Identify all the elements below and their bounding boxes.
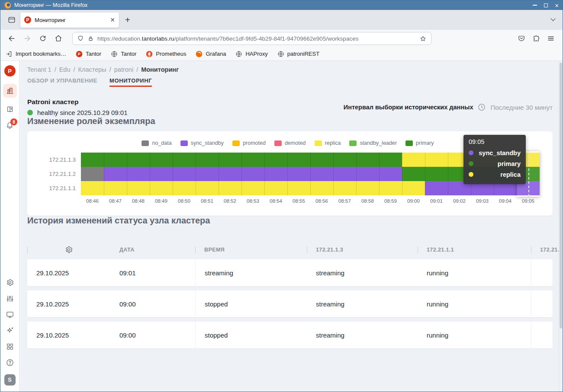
legend-label: promoted: [243, 140, 266, 146]
bookmark-star-icon[interactable]: [419, 35, 427, 42]
breadcrumb-item[interactable]: Edu: [59, 66, 71, 73]
tooltip-dot-primary: [469, 161, 473, 166]
globe-icon: [235, 51, 242, 57]
new-tab-button[interactable]: +: [125, 16, 130, 24]
menu-hamburger-icon[interactable]: [547, 35, 555, 42]
breadcrumb-item[interactable]: Кластеры: [78, 66, 106, 73]
scrollbar-thumb[interactable]: [560, 63, 562, 328]
home-button[interactable]: [51, 32, 65, 45]
bookmark-item[interactable]: HAProxy: [235, 51, 267, 57]
svg-text:P: P: [78, 52, 80, 56]
x-tick-label: 09:04: [494, 198, 517, 204]
sidebar-item-notifications[interactable]: 8: [5, 121, 14, 130]
x-tick-label: 08:57: [333, 198, 356, 204]
extensions-puzzle-icon[interactable]: [532, 35, 540, 42]
bookmark-item[interactable]: Prometheus: [146, 51, 186, 57]
tab-overview[interactable]: ОБЗОР И УПРАВЛЕНИЕ: [27, 77, 97, 87]
chart-tooltip: 09:05 sync_standbyprimaryreplica: [463, 135, 526, 184]
bookmark-item[interactable]: Tantor: [111, 51, 136, 57]
breadcrumb-current: Мониторинг: [141, 66, 179, 73]
maximize-button[interactable]: [544, 3, 548, 7]
table-settings-gear-icon[interactable]: [27, 245, 110, 254]
x-axis-ticks: 08:4608:4708:4808:4908:5008:5108:5208:53…: [81, 198, 540, 204]
browser-window: Мониторинг — Mozilla Firefox × P Монитор…: [0, 0, 563, 392]
table-cell: streaming: [307, 331, 418, 339]
bookmark-item[interactable]: Import bookmarks…: [6, 51, 66, 57]
legend-item-primary: primary: [405, 140, 434, 146]
bookmark-item[interactable]: patroniREST: [277, 51, 319, 57]
x-tick-label: 08:49: [150, 198, 173, 204]
interval-selector[interactable]: Интервал выборки исторических данных Пос…: [344, 103, 553, 112]
sidebar-item-terminal[interactable]: [6, 310, 14, 319]
prometheus-icon: [146, 51, 153, 57]
grid-icon: [6, 342, 14, 351]
breadcrumb-item[interactable]: patroni: [114, 66, 133, 73]
back-button[interactable]: [5, 32, 19, 45]
tantor-logo-icon[interactable]: P: [4, 65, 16, 76]
app-sidebar: P 8: [0, 61, 19, 392]
interval-value: Последние 30 минут: [490, 104, 553, 111]
column-header-1: ДАТА: [110, 247, 195, 253]
interval-label: Интервал выборки исторических данных: [344, 104, 473, 111]
user-avatar[interactable]: S: [4, 374, 16, 386]
minimize-button[interactable]: [533, 5, 537, 6]
x-tick-label: 08:46: [81, 198, 104, 204]
x-tick-label: 09:01: [425, 198, 448, 204]
gridline: [333, 153, 334, 195]
import-icon: [6, 51, 13, 57]
firefox-view-icon[interactable]: [7, 16, 16, 24]
sidebar-item-settings[interactable]: [6, 278, 14, 287]
sidebar-item-help[interactable]: [6, 358, 14, 367]
page-scrollbar[interactable]: [559, 61, 563, 392]
legend-label: demoted: [285, 140, 306, 146]
sidebar-item-docs[interactable]: [6, 105, 14, 114]
bookmark-label: Tantor: [86, 51, 101, 57]
column-header-2: ВРЕМЯ: [195, 247, 307, 253]
tab-monitoring[interactable]: МОНИТОРИНГ: [109, 77, 152, 87]
role-segment-replica[interactable]: [81, 181, 425, 195]
gridline: [264, 153, 265, 195]
sidebar-item-parameters[interactable]: [6, 294, 14, 303]
list-tabs-chevron-icon[interactable]: [550, 16, 555, 21]
table-row[interactable]: 29.10.202509:00stoppedstreamingrunning: [27, 322, 553, 348]
x-tick-label: 08:50: [173, 198, 196, 204]
forward-button[interactable]: [20, 32, 34, 45]
tantor-favicon-icon: P: [24, 16, 31, 23]
bookmark-item[interactable]: Grafana: [196, 51, 226, 57]
legend-label: no_data: [152, 140, 171, 146]
sparkles-icon: [6, 326, 14, 335]
table-body: 29.10.202509:01streamingstreamingrunning…: [27, 259, 553, 348]
x-tick-label: 08:54: [264, 198, 287, 204]
table-row[interactable]: 29.10.202509:00stoppedstreamingrunning: [27, 290, 553, 317]
x-tick-label: 08:58: [356, 198, 379, 204]
reload-button[interactable]: [36, 32, 50, 45]
table-cell: 09:01: [110, 269, 195, 277]
role-segment-no_data[interactable]: [81, 167, 104, 181]
x-tick-label: 08:59: [379, 198, 402, 204]
table-cell: running: [418, 300, 531, 308]
notification-badge: 8: [10, 118, 17, 125]
health-status-dot: [27, 110, 33, 115]
shield-icon[interactable]: [77, 35, 84, 42]
close-button[interactable]: ×: [555, 2, 559, 9]
breadcrumb-item[interactable]: Tenant 1: [27, 66, 51, 73]
sliders-icon: [6, 294, 14, 303]
bookmark-label: Tantor: [121, 51, 136, 57]
legend-item-standby_leader: standby_leader: [349, 140, 396, 146]
sidebar-item-apps[interactable]: [6, 342, 14, 351]
legend-item-sync_standby: sync_standby: [180, 140, 224, 146]
browser-tab[interactable]: P Мониторинг ✕: [20, 13, 119, 28]
role-segment-sync_standby[interactable]: [104, 167, 402, 181]
lock-icon[interactable]: [87, 35, 94, 42]
sidebar-item-assistant[interactable]: [6, 326, 14, 335]
table-row[interactable]: 29.10.202509:01streamingstreamingrunning: [27, 259, 553, 286]
url-bar[interactable]: https://education.tantorlabs.ru/platform…: [72, 32, 431, 45]
tooltip-time: 09:05: [469, 138, 521, 145]
tab-close-icon[interactable]: ✕: [110, 16, 115, 23]
pocket-icon[interactable]: [518, 35, 525, 42]
table-cell: stopped: [195, 290, 307, 317]
monitor-icon: [6, 310, 14, 319]
bookmark-item[interactable]: PTantor: [76, 51, 101, 57]
sidebar-item-clusters[interactable]: [3, 84, 17, 98]
table-cell: streaming: [307, 269, 418, 277]
